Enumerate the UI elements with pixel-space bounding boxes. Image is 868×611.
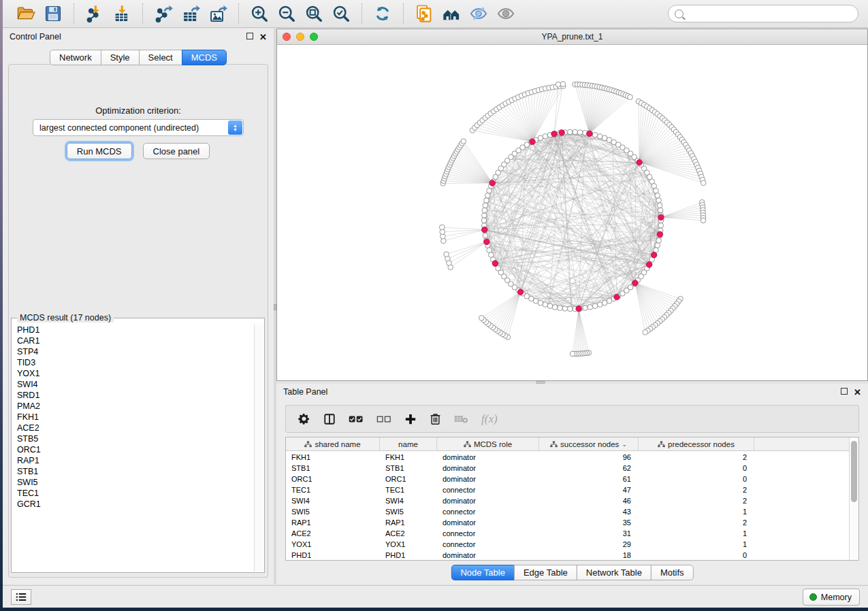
add-column-button[interactable] [404,413,417,425]
optimization-criterion-select[interactable]: largest connected component (undirected)… [33,119,244,136]
tab-style[interactable]: Style [101,50,140,65]
graph-hub-node[interactable] [658,214,664,220]
graph-node[interactable] [567,129,573,135]
network-canvas[interactable] [277,45,867,380]
open-file-button[interactable] [12,2,39,25]
table-row[interactable]: YOX1YOX1connector291 [286,539,849,550]
graph-node[interactable] [538,135,543,141]
table-row[interactable]: PHD1PHD1dominator180 [286,550,849,560]
close-panel-button[interactable]: ✕ [259,33,267,42]
tab-network[interactable]: Network [50,50,101,65]
graph-hub-node[interactable] [517,289,523,295]
split-columns-button[interactable] [323,413,336,425]
save-session-button[interactable] [39,2,67,25]
graph-node[interactable] [567,306,573,312]
graph-hub-node[interactable] [657,231,662,237]
graph-node[interactable] [547,303,553,309]
mcds-result-item[interactable]: GCR1 [12,499,254,510]
tab-node-table[interactable]: Node Table [451,565,515,580]
graph-node[interactable] [543,134,548,139]
graph-node[interactable] [701,218,706,223]
graph-hub-node[interactable] [587,131,592,136]
show-task-history-button[interactable] [11,589,31,605]
graph-hub-node[interactable] [632,280,638,286]
close-panel-button-mcds[interactable]: Close panel [143,143,210,159]
graph-node[interactable] [481,218,487,223]
mcds-result-item[interactable]: SWI4 [12,379,254,390]
graph-hub-node[interactable] [559,130,564,135]
graph-node[interactable] [461,139,466,144]
graph-node[interactable] [658,208,663,213]
graph-hub-node[interactable] [551,131,557,137]
graph-node[interactable] [488,252,494,258]
mcds-result-item[interactable]: STB5 [12,433,254,444]
graph-node[interactable] [439,225,445,230]
graph-hub-node[interactable] [651,252,656,258]
table-row[interactable]: STB1STB1dominator620 [286,463,849,474]
graph-node[interactable] [592,303,598,309]
table-row[interactable]: SWI5SWI5connector431 [286,506,849,517]
hide-selected-button[interactable] [465,2,492,25]
mcds-result-item[interactable]: SRD1 [12,390,254,401]
graph-node[interactable] [552,305,558,310]
refresh-button[interactable] [369,2,396,25]
export-network-button[interactable] [150,2,177,25]
mcds-list-scrollbar[interactable] [254,325,263,572]
search-field[interactable] [668,5,858,22]
select-all-rows-button[interactable] [349,414,364,424]
table-row[interactable]: FKH1FKH1dominator962 [286,452,849,463]
graph-node[interactable] [602,300,607,306]
deselect-all-rows-button[interactable] [376,414,391,424]
graph-node[interactable] [484,198,489,203]
graph-hub-node[interactable] [492,261,498,266]
graph-node[interactable] [444,252,449,257]
delete-column-button[interactable] [430,412,441,425]
search-input[interactable] [688,7,858,20]
table-scrollbar[interactable] [849,437,858,560]
export-table-button[interactable] [177,2,204,25]
tab-mcds[interactable]: MCDS [182,50,227,65]
mcds-result-item[interactable]: STB1 [12,466,254,477]
apply-function-button[interactable]: f(x) [481,412,498,426]
graph-node[interactable] [655,193,660,199]
zoom-fit-button[interactable] [300,2,327,25]
graph-node[interactable] [558,306,563,311]
column-header-shared-name[interactable]: shared name [286,437,380,450]
graph-node[interactable] [588,305,593,310]
zoom-out-button[interactable] [273,2,300,25]
graph-node[interactable] [573,129,578,135]
mcds-result-item[interactable]: PMA2 [12,401,254,412]
graph-node[interactable] [577,130,583,135]
mcds-result-item[interactable]: CAR1 [12,335,254,346]
graph-hub-node[interactable] [576,306,581,311]
graph-node[interactable] [570,351,575,357]
graph-hub-node[interactable] [489,180,495,186]
graph-node[interactable] [597,302,602,308]
table-row[interactable]: ORC1ORC1dominator610 [286,474,849,484]
graph-node[interactable] [556,82,561,87]
network-graph[interactable] [277,45,867,380]
graph-node[interactable] [481,213,487,218]
zoom-in-button[interactable] [246,2,273,25]
float-panel-button[interactable] [246,33,253,41]
scrollbar-thumb[interactable] [851,441,857,502]
graph-node[interactable] [592,132,598,137]
graph-node[interactable] [482,208,487,213]
memory-button[interactable]: Memory [803,589,860,606]
graph-node[interactable] [483,233,488,238]
graph-hub-node[interactable] [482,227,487,232]
column-header-name[interactable]: name [380,437,437,450]
mcds-result-item[interactable]: STP4 [12,346,254,357]
graph-node[interactable] [583,306,588,311]
float-table-panel-button[interactable] [841,388,848,396]
table-row[interactable]: SWI4SWI4dominator462 [286,495,849,506]
graph-node[interactable] [654,188,659,194]
graph-node[interactable] [487,248,492,253]
zoom-selected-button[interactable] [327,2,355,25]
column-header-predecessor-nodes[interactable]: predecessor nodes [639,437,754,450]
graph-node[interactable] [479,316,485,321]
mcds-result-item[interactable]: YOX1 [12,368,254,379]
mcds-result-item[interactable]: FKH1 [12,412,254,423]
close-table-panel-button[interactable]: ✕ [854,388,861,397]
tab-select[interactable]: Select [139,50,182,65]
